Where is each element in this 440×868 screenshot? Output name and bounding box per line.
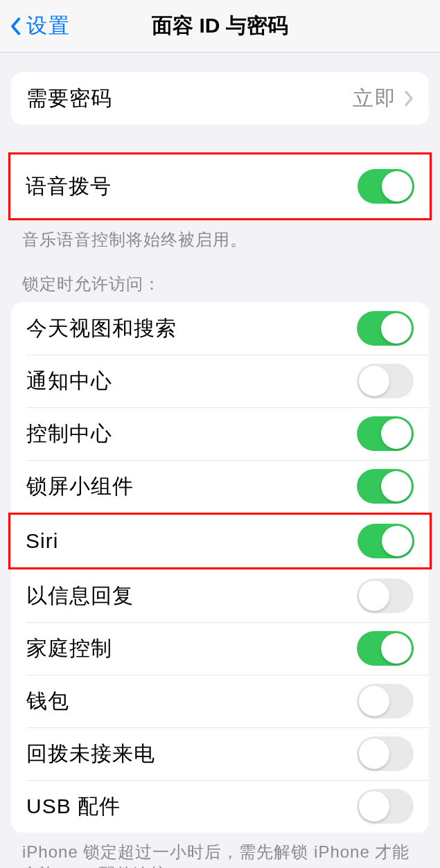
navigation-bar: 设置 面容 ID 与密码 [0,0,440,53]
control-center-label: 控制中心 [26,420,357,448]
siri-label: Siri [26,529,358,553]
back-button[interactable]: 设置 [0,12,71,40]
reply-with-message-row: 以信息回复 [11,569,429,622]
today-view-row: 今天视图和搜索 [11,302,429,355]
usb-accessories-label: USB 配件 [26,792,357,821]
voice-dial-label: 语音拨号 [26,172,358,201]
usb-accessories-toggle[interactable] [357,789,414,824]
require-passcode-group: 需要密码 立即 [11,72,429,125]
chevron-left-icon [8,15,22,37]
wallet-label: 钱包 [26,687,357,716]
notification-center-toggle[interactable] [357,364,414,398]
wallet-toggle[interactable] [357,684,414,718]
today-view-toggle[interactable] [357,311,414,346]
require-passcode-value: 立即 [353,85,397,113]
notification-center-label: 通知中心 [26,367,357,396]
siri-toggle[interactable] [358,524,414,558]
lock-screen-widgets-toggle[interactable] [357,469,414,504]
today-view-label: 今天视图和搜索 [26,315,357,343]
require-passcode-row[interactable]: 需要密码 立即 [11,72,429,125]
lock-access-group-top: 今天视图和搜索 通知中心 控制中心 锁屏小组件 [11,302,429,513]
lock-access-group-bottom: 以信息回复 家庭控制 钱包 回拨未接来电 USB 配件 [11,569,429,833]
lock-access-header: 锁定时允许访问： [0,273,440,302]
voice-dial-row: 语音拨号 [10,154,430,218]
siri-row: Siri [10,515,430,567]
require-passcode-label: 需要密码 [26,85,353,113]
home-control-toggle[interactable] [357,631,414,666]
voice-dial-toggle[interactable] [358,169,414,204]
lock-screen-widgets-row: 锁屏小组件 [11,460,429,513]
home-control-row: 家庭控制 [11,622,429,675]
toggle-knob [382,171,412,202]
return-missed-calls-label: 回拨未接来电 [26,740,357,768]
back-label: 设置 [26,12,71,40]
return-missed-calls-row: 回拨未接来电 [11,727,429,780]
return-missed-calls-toggle[interactable] [357,736,414,771]
lock-screen-widgets-label: 锁屏小组件 [26,472,357,501]
page-title: 面容 ID 与密码 [152,12,288,40]
control-center-row: 控制中心 [11,407,429,460]
chevron-right-icon [404,90,414,107]
notification-center-row: 通知中心 [11,355,429,407]
siri-highlight: Siri [8,513,432,569]
voice-dial-highlight: 语音拨号 [8,152,432,220]
usb-footer: iPhone 锁定超过一小时后，需先解锁 iPhone 才能允许USB 配件连接… [0,833,440,868]
home-control-label: 家庭控制 [26,635,357,663]
reply-with-message-toggle[interactable] [357,578,414,613]
voice-dial-footer: 音乐语音控制将始终被启用。 [0,220,440,251]
reply-with-message-label: 以信息回复 [26,582,357,610]
wallet-row: 钱包 [11,675,429,727]
control-center-toggle[interactable] [357,416,414,451]
usb-accessories-row: USB 配件 [11,780,429,833]
